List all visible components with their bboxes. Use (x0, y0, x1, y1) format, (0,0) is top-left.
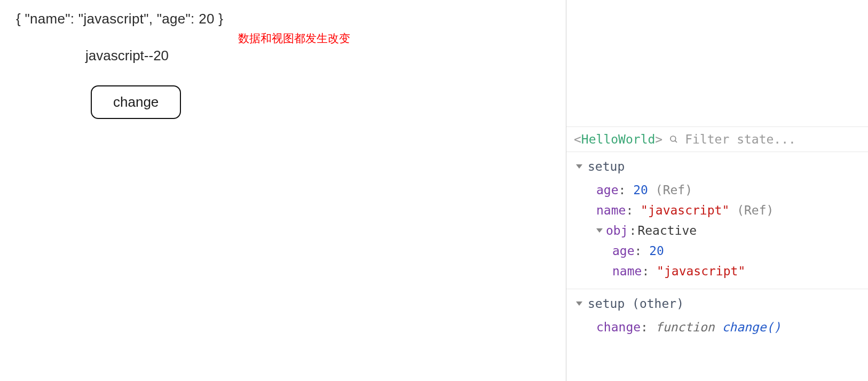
json-output-text: { "name": "javascript", "age": 20 } (16, 11, 550, 27)
prop-change-fn[interactable]: change: function change() (576, 317, 863, 337)
selected-component-tag: <HelloWorld> (574, 132, 662, 146)
section-title-text: setup (other) (588, 297, 684, 311)
filter-state-input[interactable] (685, 132, 861, 146)
setup-section: setup age: 20 (Ref) name: "javascript" (… (566, 152, 868, 289)
bound-value-text: javascript--20 (85, 47, 550, 64)
prop-name[interactable]: name: "javascript" (Ref) (576, 200, 863, 220)
change-button[interactable]: change (91, 85, 181, 119)
chevron-down-icon (576, 164, 582, 169)
chevron-down-icon (596, 228, 603, 233)
search-icon (669, 134, 678, 144)
setup-other-section: setup (other) change: function change() (566, 289, 868, 345)
vue-devtools-panel: <HelloWorld> setup age: 20 (Ref) name: "… (566, 0, 868, 381)
svg-line-1 (675, 140, 677, 142)
annotation-text: 数据和视图都发生改变 (238, 31, 350, 46)
component-inspector-bar: <HelloWorld> (566, 127, 868, 152)
chevron-down-icon (576, 301, 582, 306)
prop-obj-age[interactable]: age: 20 (576, 241, 863, 261)
prop-obj-header[interactable]: obj: Reactive (576, 220, 863, 241)
setup-section-header[interactable]: setup (576, 160, 863, 173)
section-title-text: setup (588, 160, 625, 173)
prop-age[interactable]: age: 20 (Ref) (576, 180, 863, 200)
app-preview-pane: { "name": "javascript", "age": 20 } 数据和视… (0, 0, 566, 381)
setup-other-section-header[interactable]: setup (other) (576, 297, 863, 311)
prop-obj-name[interactable]: name: "javascript" (576, 261, 863, 281)
svg-point-0 (670, 136, 676, 141)
devtools-empty-header (566, 0, 868, 127)
